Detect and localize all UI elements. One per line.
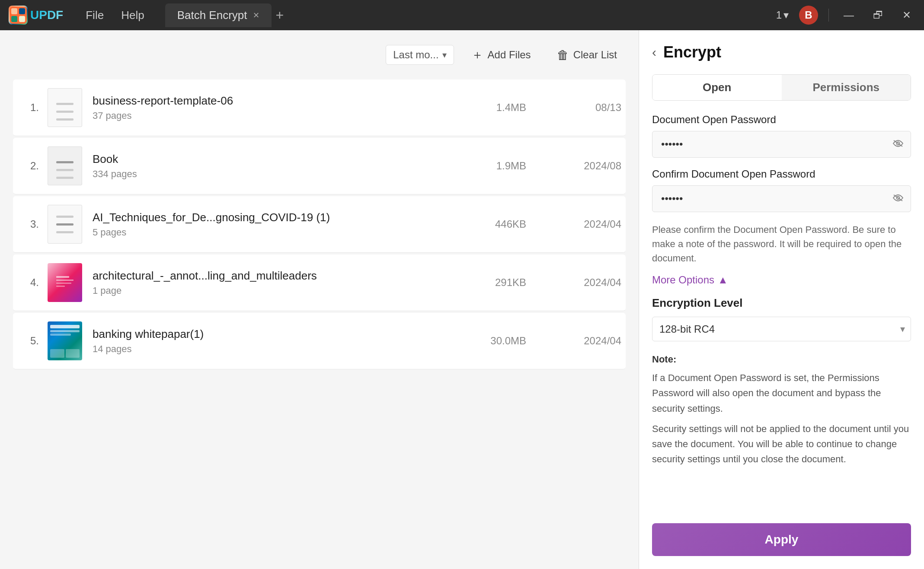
file-area: Last mo... ▾ ＋ Add Files 🗑 Clear List 1. [0,30,639,569]
version-badge: 1 ▾ [776,9,789,21]
encryption-level-label: Encryption Level [652,296,911,310]
note-title: Note: [652,352,911,367]
file-pages: 5 pages [93,227,457,238]
add-files-label: Add Files [488,49,531,61]
apply-button[interactable]: Apply [652,523,911,556]
file-date: 2024/04 [552,335,621,347]
menu-bar: File Help [79,6,151,25]
batch-encrypt-tab[interactable]: Batch Encrypt × [165,3,272,27]
menu-help[interactable]: Help [114,6,151,25]
separator [828,9,829,22]
table-row: 3. AI_Techniques_for_De...gnosing_COVID-… [13,196,626,253]
file-thumbnail [48,146,82,185]
file-date: 2024/08 [552,160,621,172]
note-text-1: If a Document Open Password is set, the … [652,370,911,416]
tab-open[interactable]: Open [652,75,782,100]
svg-rect-6 [56,280,74,281]
tab-switcher: Open Permissions [652,74,911,101]
minimize-btn[interactable]: — [839,7,858,23]
file-size: 446KB [457,218,526,230]
file-number: 5. [17,335,39,347]
app-name: UPDF [30,8,63,22]
file-number: 3. [17,218,39,230]
file-size: 291KB [457,277,526,289]
file-name: banking whitepapar(1) [93,327,457,341]
svg-rect-7 [56,283,71,284]
sort-dropdown[interactable]: Last mo... ▾ [386,45,454,65]
svg-rect-8 [56,286,65,287]
file-number: 4. [17,277,39,289]
file-pages: 37 pages [93,110,457,121]
eye-icon[interactable] [892,138,904,150]
encryption-level-select[interactable]: 128-bit RC4 256-bit AES 128-bit AES [652,317,911,341]
trash-icon: 🗑 [557,48,569,62]
confirm-eye-icon[interactable] [892,193,904,205]
main-content: Last mo... ▾ ＋ Add Files 🗑 Clear List 1. [0,30,924,569]
file-size: 30.0MB [457,335,526,347]
svg-rect-3 [11,16,17,22]
menu-file[interactable]: File [79,6,111,25]
file-info: business-report-template-06 37 pages [93,94,457,121]
svg-rect-2 [19,8,25,14]
file-info: AI_Techniques_for_De...gnosing_COVID-19 … [93,211,457,238]
titlebar: UPDF File Help Batch Encrypt × + 1 ▾ B —… [0,0,924,30]
tab-close-btn[interactable]: × [253,9,259,21]
panel-title: Encrypt [663,43,721,61]
file-pages: 334 pages [93,168,457,180]
panel-header: ‹ Encrypt [652,43,911,61]
file-thumbnail [48,321,82,360]
more-options-toggle[interactable]: More Options ▲ [652,274,911,286]
svg-rect-5 [56,276,69,278]
encryption-level-wrapper: 128-bit RC4 256-bit AES 128-bit AES ▾ [652,317,911,341]
tab-permissions[interactable]: Permissions [782,75,911,100]
close-btn[interactable]: ✕ [898,7,915,23]
table-row: 5. banking whitepapar(1) 14 pages [13,313,626,369]
add-files-button[interactable]: ＋ Add Files [463,43,540,67]
titlebar-right: 1 ▾ B — 🗗 ✕ [776,6,915,25]
password-hint: Please confirm the Document Open Passwor… [652,223,911,265]
doc-password-input[interactable] [652,131,911,158]
new-tab-btn[interactable]: + [276,7,284,23]
file-name: architectural_-_annot...ling_and_multile… [93,269,457,283]
more-options-label: More Options [652,274,714,286]
file-thumbnail [48,205,82,244]
maximize-btn[interactable]: 🗗 [869,7,888,23]
file-date: 08/13 [552,102,621,114]
back-button[interactable]: ‹ [652,45,656,60]
svg-rect-1 [11,8,17,14]
clear-list-button[interactable]: 🗑 Clear List [548,45,626,66]
logo-icon [9,6,28,25]
tab-title: Batch Encrypt [177,9,247,22]
file-date: 2024/04 [552,277,621,289]
file-list: 1. business-report-template-06 37 pages … [13,79,626,560]
confirm-password-label: Confirm Document Open Password [652,168,911,180]
file-thumbnail [48,88,82,127]
sort-chevron-icon: ▾ [442,50,447,60]
add-icon: ＋ [471,47,483,63]
right-panel: ‹ Encrypt Open Permissions Document Open… [639,30,924,569]
doc-password-field [652,131,911,158]
tab-bar: Batch Encrypt × + [165,3,769,27]
file-date: 2024/04 [552,218,621,230]
file-pages: 14 pages [93,343,457,355]
confirm-password-field [652,185,911,212]
file-thumbnail [48,263,82,302]
file-name: Book [93,153,457,166]
doc-password-label: Document Open Password [652,114,911,126]
confirm-password-input[interactable] [652,185,911,212]
more-options-icon: ▲ [718,274,728,286]
file-name: business-report-template-06 [93,94,457,108]
table-row: 4. architectural_-_annot...ling_and_mult… [13,254,626,311]
file-number: 1. [17,102,39,114]
note-section: Note: If a Document Open Password is set… [652,352,911,472]
file-number: 2. [17,160,39,172]
user-avatar[interactable]: B [799,6,818,25]
sort-label: Last mo... [393,49,438,61]
file-name: AI_Techniques_for_De...gnosing_COVID-19 … [93,211,457,224]
file-info: banking whitepapar(1) 14 pages [93,327,457,355]
table-row: 2. Book 334 pages 1.9MB 2024/08 [13,138,626,194]
clear-list-label: Clear List [573,49,617,61]
svg-rect-4 [19,16,25,22]
file-pages: 1 page [93,285,457,296]
table-row: 1. business-report-template-06 37 pages … [13,79,626,136]
